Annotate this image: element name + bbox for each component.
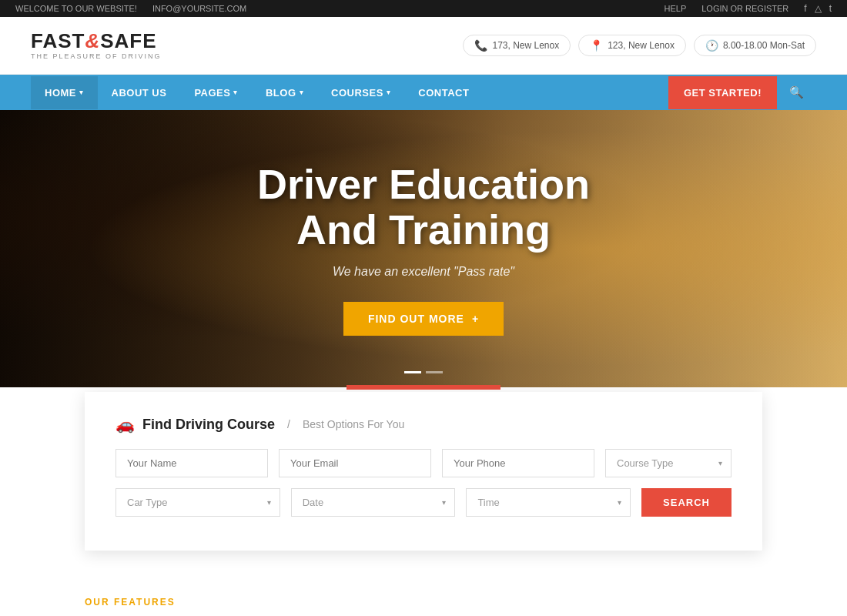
nav-courses[interactable]: COURSES ▾ xyxy=(317,76,404,109)
logo-amp: & xyxy=(85,29,100,52)
features-label: OUR FEATURES xyxy=(85,597,762,608)
nav-home[interactable]: HOME ▾ xyxy=(31,76,98,109)
social-icons: f △ t xyxy=(804,3,832,14)
location-text: 123, New Lenox xyxy=(608,40,675,51)
find-course-row-2: Car Type ▾ Date ▾ Time ▾ SEARCH xyxy=(116,488,732,517)
find-out-more-button[interactable]: FIND OUT MORE + xyxy=(343,302,504,336)
find-course-panel: 🚗 Find Driving Course / Best Options For… xyxy=(85,392,762,551)
find-course-title: Find Driving Course xyxy=(142,417,275,433)
your-email-input[interactable] xyxy=(279,449,431,477)
logo-fast: FAST xyxy=(31,29,85,52)
logo[interactable]: FAST&SAFE THE PLEASURE OF DRIVING xyxy=(31,31,162,60)
facebook-icon[interactable]: f xyxy=(804,3,806,14)
your-phone-input[interactable] xyxy=(442,449,594,477)
navigation: HOME ▾ ABOUT US PAGES ▾ BLOG ▾ COURSES ▾… xyxy=(0,75,847,110)
help-link[interactable]: HELP xyxy=(664,4,686,13)
search-button[interactable]: SEARCH xyxy=(641,488,732,517)
logo-text: FAST&SAFE xyxy=(31,31,162,51)
hero-title: Driver EducationAnd Training xyxy=(257,162,590,253)
features-section: OUR FEATURES Who Should Get Driving Less… xyxy=(0,558,847,616)
nav-blog[interactable]: BLOG ▾ xyxy=(252,76,317,109)
date-select[interactable]: Date xyxy=(291,488,456,517)
clock-icon: 🕐 xyxy=(705,39,718,52)
hero-dots xyxy=(404,371,443,373)
date-wrapper: Date ▾ xyxy=(291,488,456,517)
find-course-container: 🚗 Find Driving Course / Best Options For… xyxy=(0,400,847,558)
hero-content: Driver EducationAnd Training We have an … xyxy=(257,162,590,336)
red-accent-bar xyxy=(346,385,500,390)
hours-contact: 🕐 8.00-18.00 Mon-Sat xyxy=(694,35,816,56)
car-icon: 🚗 xyxy=(116,415,135,434)
chevron-down-icon: ▾ xyxy=(79,89,84,96)
phone-icon: 📞 xyxy=(474,39,487,52)
hero-dot-1[interactable] xyxy=(404,371,421,373)
login-register-link[interactable]: LOGIN OR REGISTER xyxy=(701,4,788,13)
top-bar-right: HELP LOGIN OR REGISTER f △ t xyxy=(664,3,832,14)
time-wrapper: Time ▾ xyxy=(466,488,631,517)
search-icon[interactable]: 🔍 xyxy=(777,75,816,110)
header: FAST&SAFE THE PLEASURE OF DRIVING 📞 173,… xyxy=(0,17,847,75)
nav-contact[interactable]: CONTACT xyxy=(404,76,483,109)
hero-subtitle: We have an excellent "Pass rate" xyxy=(257,265,590,279)
email-text: INFO@YOURSITE.COM xyxy=(152,4,246,13)
top-bar: WELCOME TO OUR WEBSITE! INFO@YOURSITE.CO… xyxy=(0,0,847,17)
find-course-row-1: Course Type ▾ xyxy=(116,449,732,477)
welcome-text: WELCOME TO OUR WEBSITE! xyxy=(15,4,137,13)
top-bar-left: WELCOME TO OUR WEBSITE! INFO@YOURSITE.CO… xyxy=(15,4,246,13)
find-course-subtitle: Best Options For You xyxy=(303,418,404,430)
phone-contact: 📞 173, New Lenox xyxy=(463,35,571,56)
divider: / xyxy=(287,418,290,430)
twitter-icon[interactable]: t xyxy=(829,3,832,14)
instagram-icon[interactable]: △ xyxy=(815,3,822,14)
chevron-down-icon: ▾ xyxy=(233,89,238,96)
find-course-header: 🚗 Find Driving Course / Best Options For… xyxy=(116,415,732,434)
hero-section: Driver EducationAnd Training We have an … xyxy=(0,110,847,387)
course-type-wrapper: Course Type ▾ xyxy=(605,449,732,477)
chevron-down-icon: ▾ xyxy=(300,89,304,96)
car-type-wrapper: Car Type ▾ xyxy=(116,488,280,517)
location-contact: 📍 123, New Lenox xyxy=(578,35,686,56)
nav-about[interactable]: ABOUT US xyxy=(98,76,181,109)
time-select[interactable]: Time xyxy=(466,488,631,517)
hours-text: 8.00-18.00 Mon-Sat xyxy=(723,40,805,51)
car-type-select[interactable]: Car Type xyxy=(116,488,280,517)
get-started-button[interactable]: GET STARTED! xyxy=(668,76,777,109)
nav-pages[interactable]: PAGES ▾ xyxy=(180,76,252,109)
location-icon: 📍 xyxy=(590,39,603,52)
course-type-select[interactable]: Course Type xyxy=(605,449,732,477)
plus-icon: + xyxy=(472,313,479,325)
logo-subtitle: THE PLEASURE OF DRIVING xyxy=(31,52,162,60)
header-contacts: 📞 173, New Lenox 📍 123, New Lenox 🕐 8.00… xyxy=(463,35,816,56)
hero-dot-2[interactable] xyxy=(426,371,443,373)
logo-safe: SAFE xyxy=(100,29,156,52)
chevron-down-icon: ▾ xyxy=(387,89,391,96)
phone-text: 173, New Lenox xyxy=(492,40,559,51)
your-name-input[interactable] xyxy=(116,449,268,477)
